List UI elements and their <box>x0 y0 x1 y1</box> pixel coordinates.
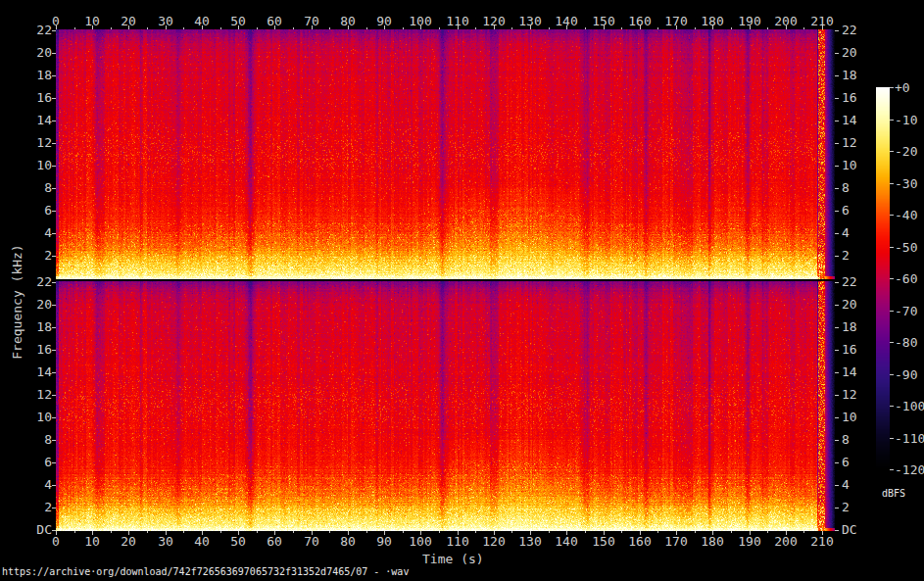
colorbar-tick <box>890 342 894 343</box>
y-tick-left <box>52 98 56 99</box>
y-tick-label-right: 12 <box>842 388 857 401</box>
x-tick-label-bottom: 210 <box>807 535 837 548</box>
x-minor-tick-bottom <box>111 531 112 533</box>
y-tick-label-left: 10 <box>22 411 52 423</box>
y-tick-right <box>835 530 839 531</box>
source-url-caption: https://archive·org/download/742f7265636… <box>2 566 409 578</box>
y-tick-left <box>52 282 56 283</box>
y-tick-left <box>52 121 56 121</box>
x-tick-top <box>494 25 495 29</box>
x-tick-label-bottom: 80 <box>333 535 363 548</box>
x-minor-tick-top <box>767 27 768 29</box>
x-minor-tick-top <box>439 27 440 29</box>
x-tick-top <box>530 25 531 29</box>
y-tick-right <box>835 121 839 121</box>
y-tick-right <box>835 462 839 463</box>
y-tick-label-left: 6 <box>22 456 52 468</box>
x-minor-tick-bottom <box>147 531 148 533</box>
y-tick-label-left: 20 <box>22 298 52 311</box>
y-tick-label-right: 6 <box>842 204 850 217</box>
x-minor-tick-bottom <box>657 531 658 533</box>
y-tick-left <box>52 75 56 76</box>
colorbar-tick-label: -50 <box>895 241 917 254</box>
y-tick-right <box>835 395 839 396</box>
x-minor-tick-bottom <box>511 531 512 533</box>
x-tick-bottom <box>348 531 349 535</box>
x-tick-top <box>604 25 605 29</box>
x-minor-tick-bottom <box>803 531 804 533</box>
x-axis-title: Time (s) <box>422 553 484 565</box>
y-tick-right <box>835 53 839 54</box>
x-tick-label-bottom: 70 <box>297 535 326 548</box>
y-tick-right <box>835 256 839 257</box>
colorbar-tick-label: -40 <box>895 209 917 221</box>
spectrogram-screenshot: 0010102020303040405050606070708080909010… <box>0 0 924 581</box>
x-minor-tick-bottom <box>767 531 768 533</box>
y-tick-left <box>52 440 56 441</box>
y-tick-label-right: 4 <box>842 226 850 239</box>
y-tick-label-left: 8 <box>22 181 52 194</box>
colorbar-tick <box>890 120 894 121</box>
x-minor-tick-top <box>621 27 622 29</box>
x-tick-label-bottom: 10 <box>77 535 107 548</box>
y-tick-label-left: 18 <box>22 69 52 81</box>
x-tick-label-bottom: 110 <box>443 535 472 548</box>
x-tick-bottom <box>128 531 129 535</box>
y-tick-label-right: 10 <box>842 411 857 423</box>
y-tick-left <box>52 166 56 167</box>
y-tick-left <box>52 256 56 257</box>
y-tick-label-left: 10 <box>22 159 52 171</box>
x-minor-tick-top <box>147 27 148 29</box>
y-tick-label-left: 14 <box>22 365 52 378</box>
y-tick-label-right: 6 <box>842 456 850 468</box>
x-tick-top <box>640 25 641 29</box>
x-tick-top <box>786 25 787 29</box>
x-minor-tick-top <box>220 27 221 29</box>
x-tick-bottom <box>750 531 751 535</box>
y-tick-label-right: 18 <box>842 320 857 333</box>
x-tick-label-bottom: 60 <box>260 535 289 548</box>
y-tick-left <box>52 350 56 351</box>
y-tick-right <box>835 417 839 418</box>
y-tick-right <box>835 188 839 189</box>
y-tick-left <box>52 327 56 328</box>
x-tick-top <box>274 25 275 29</box>
x-minor-tick-top <box>511 27 512 29</box>
x-tick-label-bottom: 190 <box>735 535 764 548</box>
x-minor-tick-bottom <box>621 531 622 533</box>
y-tick-label-right: 16 <box>842 343 857 356</box>
y-tick-label-right: 14 <box>842 114 857 126</box>
x-minor-tick-bottom <box>220 531 221 533</box>
y-tick-label-left: 18 <box>22 320 52 333</box>
x-tick-bottom <box>458 531 459 535</box>
x-tick-label-bottom: 160 <box>625 535 655 548</box>
y-tick-label-right: 18 <box>842 69 857 81</box>
x-tick-label-bottom: 130 <box>515 535 545 548</box>
y-tick-label-right: 22 <box>842 24 857 36</box>
y-tick-label-left: 22 <box>22 275 52 288</box>
x-minor-tick-bottom <box>257 531 258 533</box>
y-tick-left <box>52 395 56 396</box>
colorbar-tick <box>890 469 894 470</box>
x-tick-bottom <box>640 531 641 535</box>
x-tick-label-bottom: 20 <box>114 535 143 548</box>
x-tick-top <box>92 25 93 29</box>
y-tick-label-left: 16 <box>22 343 52 356</box>
y-tick-label-left: 14 <box>22 114 52 126</box>
x-tick-label-bottom: 150 <box>589 535 618 548</box>
colorbar-tick-label: -100 <box>895 400 924 412</box>
x-minor-tick-bottom <box>475 531 476 533</box>
x-tick-label-bottom: 90 <box>369 535 399 548</box>
y-tick-right <box>835 233 839 234</box>
x-tick-top <box>56 25 57 29</box>
x-minor-tick-top <box>329 27 330 29</box>
x-minor-tick-top <box>366 27 367 29</box>
x-minor-tick-bottom <box>366 531 367 533</box>
x-tick-top <box>750 25 751 29</box>
y-tick-label-right: 22 <box>842 275 857 288</box>
y-tick-right <box>835 98 839 99</box>
colorbar-tick-label: -30 <box>895 177 917 190</box>
y-tick-left <box>52 372 56 373</box>
x-tick-label-bottom: 140 <box>552 535 581 548</box>
x-tick-label-bottom: 40 <box>187 535 217 548</box>
